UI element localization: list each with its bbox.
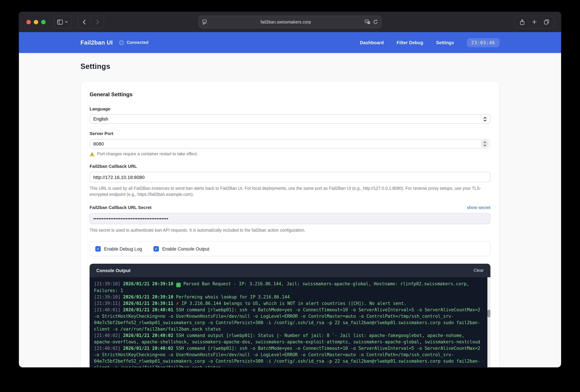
url-text: fail2ban.swissmakers.corp [207,20,365,24]
reader-icon[interactable] [202,19,207,24]
callback-secret-field: Fail2ban Callback URL Secret show secret… [90,205,490,233]
console-terminal: [21:39:10] 2026/01/21 20:39:10 ✓ Parsed … [90,277,490,367]
svg-text:A: A [366,20,368,23]
main-nav: Dashboard Filter Debug Settings 23:03:46 [360,38,500,47]
address-bar[interactable]: fail2ban.swissmakers.corp A ✕ [198,16,382,28]
zoom-window-button[interactable] [41,20,46,24]
console-log-line: [21:39:10] 2026/01/21 20:39:10 Performin… [94,294,482,300]
check-icon: ✓ [176,283,181,287]
warning-icon [90,152,95,156]
sidebar-toggle-button[interactable] [54,15,71,28]
connection-status: Connected [119,40,148,45]
enable-console-output-label: Enable Console Output [162,246,209,251]
select-chevrons-icon [483,117,487,121]
nav-settings[interactable]: Settings [436,40,454,45]
nav-dashboard[interactable]: Dashboard [360,40,384,45]
chevron-down-icon [65,21,68,23]
callback-secret-help: This secret is used to authenticate ban … [90,227,490,233]
traffic-lights [26,20,46,24]
callback-url-input[interactable] [90,172,490,182]
port-warning: Port changes require a container restart… [90,152,490,156]
status-ring-icon [119,40,124,45]
forward-button[interactable] [91,16,104,28]
share-button[interactable] [516,16,528,27]
console-log-line: [21:39:11] 2026/01/21 20:39:11 ✗ IP 3.21… [94,300,482,306]
server-port-label: Server Port [90,131,490,136]
server-port-field: Server Port [90,131,490,156]
console-panel: Console Output Clear [21:39:10] 2026/01/… [90,264,490,367]
browser-window: fail2ban.swissmakers.corp A ✕ [19,12,561,367]
console-terminal-wrap: [21:39:10] 2026/01/21 20:39:10 ✓ Parsed … [90,277,490,367]
enable-debug-log-label: Enable Debug Log [104,246,142,251]
svg-text:✕: ✕ [368,22,370,24]
nav-filter-debug[interactable]: Filter Debug [397,40,423,45]
server-port-input[interactable] [90,139,490,149]
new-tab-button[interactable] [528,16,541,27]
app-brand: Fail2ban UI [80,39,113,46]
screenshot-stage: fail2ban.swissmakers.corp A ✕ [0,0,580,392]
language-select[interactable]: English [90,114,490,124]
console-log-line: [21:40:02] 2026/01/21 20:40:02 SSH comma… [94,345,482,367]
language-field: Language English [90,106,490,124]
show-secret-link[interactable]: show secret [467,205,490,210]
toolbar-actions [514,15,555,28]
general-settings-card: General Settings Language English [80,81,500,367]
console-log-line: [21:40:01] 2026/01/21 20:40:01 SSH comma… [94,306,482,332]
callback-secret-input[interactable] [90,213,490,224]
cross-icon: ✗ [176,300,179,306]
app-header: Fail2ban UI Connected Dashboard Filter D… [19,32,561,53]
number-stepper[interactable] [481,140,489,148]
console-clear-button[interactable]: Clear [473,268,484,273]
debug-options-row: ✓ Enable Debug Log ✓ Enable Console Outp… [90,241,490,256]
console-header: Console Output Clear [90,264,490,277]
console-scrollbar[interactable] [487,277,490,367]
callback-secret-label: Fail2ban Callback URL Secret [90,205,151,210]
back-button[interactable] [78,16,91,28]
sidebar-icon [57,19,63,24]
console-scrollbar-thumb[interactable] [487,310,490,317]
enable-console-output-checkbox[interactable]: ✓ Enable Console Output [153,246,209,252]
close-window-button[interactable] [26,20,31,24]
browser-toolbar: fail2ban.swissmakers.corp A ✕ [19,12,561,32]
translate-icon[interactable]: A ✕ [365,19,370,24]
console-title: Console Output [96,268,131,273]
minimize-window-button[interactable] [34,20,38,24]
callback-url-label: Fail2ban Callback URL [90,164,490,169]
console-log-line: [21:40:02] 2026/01/21 20:40:02 SSH comma… [94,332,482,345]
callback-url-help: This URL is used by all Fail2Ban instanc… [90,185,490,197]
card-heading: General Settings [90,92,490,98]
history-nav [77,15,104,28]
checkbox-checked-icon: ✓ [95,246,101,252]
console-log-line: [21:39:10] 2026/01/21 20:39:10 ✓ Parsed … [94,281,482,294]
reload-icon[interactable] [373,19,378,24]
tab-overview-button[interactable] [541,16,553,27]
language-selected-value: English [93,116,108,121]
settings-page: Settings General Settings Language Engli… [19,53,561,367]
page-title: Settings [80,62,500,71]
port-warning-text: Port changes require a container restart… [97,152,198,156]
enable-debug-log-checkbox[interactable]: ✓ Enable Debug Log [95,246,142,252]
callback-url-field: Fail2ban Callback URL This URL is used b… [90,164,490,197]
language-label: Language [90,106,490,111]
header-clock: 23:03:46 [467,38,500,47]
checkbox-checked-icon: ✓ [153,246,159,252]
